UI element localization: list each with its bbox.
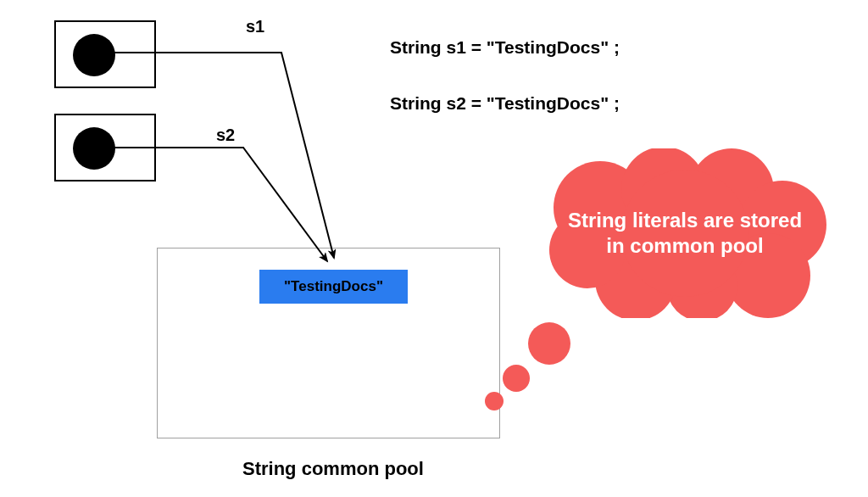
code-line-2: String s2 = "TestingDocs" ; <box>390 93 620 114</box>
ref-box-s2 <box>54 114 156 181</box>
cloud-tail-3 <box>485 392 504 410</box>
cloud-tail-2 <box>503 365 530 392</box>
cloud-tail-1 <box>528 322 570 365</box>
ref-dot-s1 <box>73 34 115 76</box>
ref-dot-s2 <box>73 127 115 170</box>
label-s1: s1 <box>246 17 264 36</box>
cloud-text: String literals are stored in common poo… <box>541 148 829 318</box>
string-pool-rect: "TestingDocs" <box>157 248 500 438</box>
code-line-1: String s1 = "TestingDocs" ; <box>390 37 620 58</box>
string-literal-box: "TestingDocs" <box>259 270 408 304</box>
ref-box-s1 <box>54 20 156 88</box>
thought-cloud: String literals are stored in common poo… <box>541 148 829 318</box>
label-s2: s2 <box>216 126 235 145</box>
pool-caption: String common pool <box>242 458 424 480</box>
diagram-stage: s1 s2 String s1 = "TestingDocs" ; String… <box>0 0 868 497</box>
